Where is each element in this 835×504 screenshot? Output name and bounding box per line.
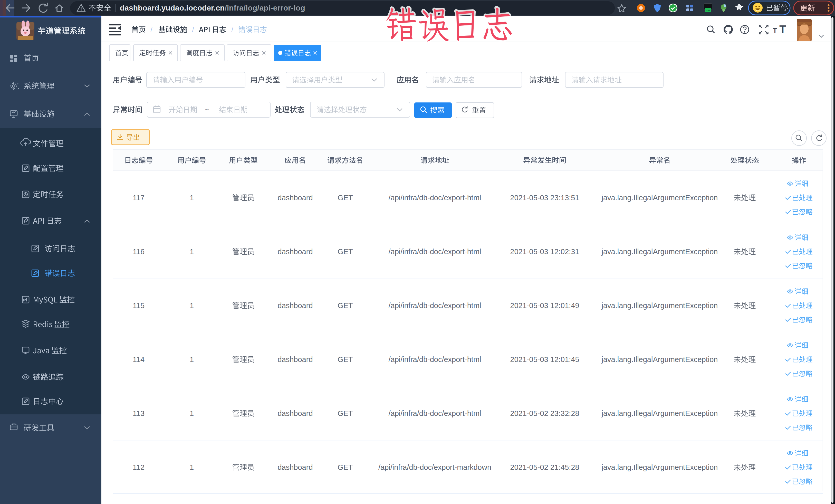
svg-text:java.lang.IllegalArgumentExcep: java.lang.IllegalArgumentException [602,194,718,202]
svg-text:java.lang.IllegalArgumentExcep: java.lang.IllegalArgumentException [602,463,718,471]
svg-text:113: 113 [133,409,144,418]
svg-text:114: 114 [133,355,144,364]
svg-text:T: T [779,23,786,35]
svg-text:dashboard.yudao.iocoder.cn/inf: dashboard.yudao.iocoder.cn/infra/log/api… [120,4,305,12]
svg-text:java.lang.IllegalArgumentExcep: java.lang.IllegalArgumentException [602,247,718,256]
svg-text:/: / [231,26,233,33]
svg-text:java.lang.IllegalArgumentExcep: java.lang.IllegalArgumentException [602,355,718,364]
svg-text:/api/infra/db-doc/export-html: /api/infra/db-doc/export-html [388,247,481,256]
svg-text:/api/infra/db-doc/export-html: /api/infra/db-doc/export-html [388,194,481,202]
svg-text:1: 1 [190,463,194,471]
svg-text:1: 1 [190,194,194,202]
svg-text:2021-05-02 21:45:28: 2021-05-02 21:45:28 [510,463,579,471]
svg-text:/api/infra/db-doc/export-html: /api/infra/db-doc/export-html [388,355,481,364]
svg-text:2021-05-03 23:13:51: 2021-05-03 23:13:51 [510,194,579,202]
svg-text:GET: GET [338,301,353,310]
svg-text:dashboard: dashboard [278,409,313,418]
svg-text:GET: GET [338,463,353,471]
svg-text:/api/infra/db-doc/export-html: /api/infra/db-doc/export-html [388,301,481,310]
svg-text:dashboard: dashboard [278,355,313,364]
svg-text:/: / [192,26,194,33]
svg-text:112: 112 [133,463,144,471]
svg-text:~: ~ [205,106,209,114]
svg-text:2021-05-03 12:01:45: 2021-05-03 12:01:45 [510,355,579,364]
svg-text:2021-05-03 12:02:31: 2021-05-03 12:02:31 [510,247,579,256]
svg-text:dashboard: dashboard [278,463,313,471]
svg-text:on: on [707,9,710,12]
svg-text:java.lang.IllegalArgumentExcep: java.lang.IllegalArgumentException [602,409,718,418]
svg-text:1: 1 [190,409,194,418]
svg-text:1: 1 [190,247,194,256]
svg-text:116: 116 [133,247,144,256]
svg-text:GET: GET [338,247,353,256]
svg-text:1: 1 [190,355,194,364]
svg-text:GET: GET [338,194,353,202]
svg-text:2021-05-02 23:32:28: 2021-05-02 23:32:28 [510,409,579,418]
svg-text:2021-05-03 12:01:49: 2021-05-03 12:01:49 [510,301,579,310]
svg-text:/: / [150,26,152,33]
svg-text:115: 115 [133,301,144,310]
svg-text:GET: GET [338,409,353,418]
svg-text:dashboard: dashboard [278,247,313,256]
svg-text:dashboard: dashboard [278,301,313,310]
svg-text:T: T [773,27,777,35]
svg-text:117: 117 [133,194,144,202]
svg-text:dashboard: dashboard [278,194,313,202]
svg-text:/api/infra/db-doc/export-html: /api/infra/db-doc/export-html [388,409,481,418]
svg-text:/api/infra/db-doc/export-markd: /api/infra/db-doc/export-markdown [378,463,491,471]
svg-text:java.lang.IllegalArgumentExcep: java.lang.IllegalArgumentException [602,301,718,310]
svg-text:GET: GET [338,355,353,364]
svg-text:1: 1 [190,301,194,310]
